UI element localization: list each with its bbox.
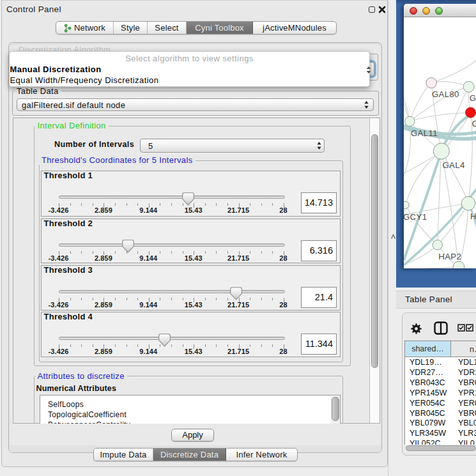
svg-text:GA: GA xyxy=(470,93,476,103)
svg-text:GAL11: GAL11 xyxy=(411,128,438,138)
svg-text:HAP2: HAP2 xyxy=(438,252,461,261)
svg-text:CR: CR xyxy=(472,119,476,128)
svg-text:HI: HI xyxy=(470,211,476,221)
svg-text:GCY1: GCY1 xyxy=(404,212,427,222)
svg-text:GAL4: GAL4 xyxy=(443,160,465,170)
svg-text:GAL80: GAL80 xyxy=(432,89,459,99)
